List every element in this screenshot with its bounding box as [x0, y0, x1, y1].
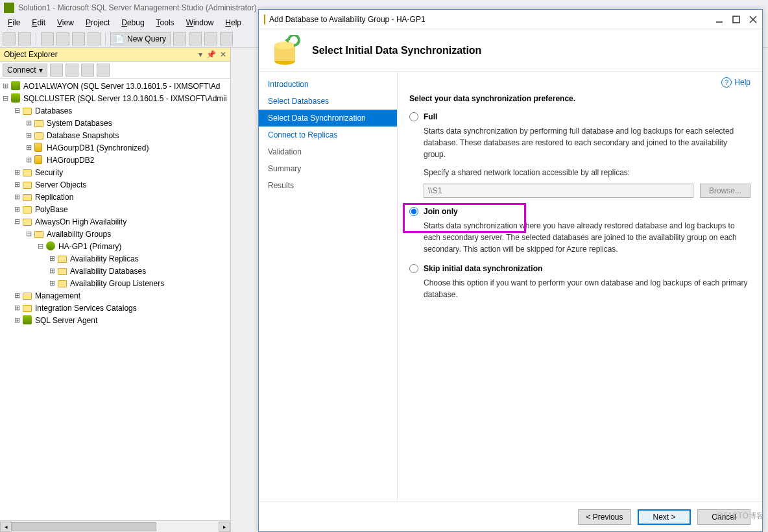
tree-serverobj[interactable]: Server Objects	[35, 180, 86, 189]
menu-project[interactable]: Project	[80, 17, 115, 29]
tree-server2[interactable]: SQLCLUSTER (SQL Server 13.0.1601.5 - IXM…	[23, 94, 227, 103]
ssms-app-icon	[4, 3, 14, 13]
tree-databases[interactable]: Databases	[35, 106, 72, 115]
menu-file[interactable]: File	[3, 17, 25, 29]
close-icon[interactable]: ✕	[220, 50, 226, 59]
dialog-titlebar[interactable]: Add Database to Availability Group - HA-…	[259, 10, 762, 29]
tree-polybase[interactable]: PolyBase	[35, 205, 68, 214]
open-file-button[interactable]	[56, 32, 69, 45]
tree-agent[interactable]: SQL Server Agent	[35, 316, 97, 325]
menu-window[interactable]: Window	[181, 17, 219, 29]
option-join: Join only Starts data synchronization wh…	[409, 207, 750, 255]
next-button[interactable]: Next >	[638, 509, 691, 525]
tree-db1[interactable]: HAGourpDB1 (Synchronized)	[47, 143, 149, 152]
netloc-label: Specify a shared network location access…	[424, 167, 750, 178]
nav-introduction[interactable]: Introduction	[259, 76, 397, 93]
menu-edit[interactable]: Edit	[27, 17, 51, 29]
scroll-thumb[interactable]	[12, 522, 156, 531]
close-icon[interactable]	[749, 16, 757, 23]
new-file-button[interactable]	[41, 32, 54, 45]
svg-rect-1	[733, 16, 739, 23]
oe-filter[interactable]	[81, 64, 94, 77]
nav-select-sync[interactable]: Select Data Synchronization	[259, 110, 397, 127]
dialog-header: Select Initial Data Synchronization	[259, 29, 762, 72]
dialog-title: Add Database to Availability Group - HA-…	[269, 15, 426, 24]
tree-availlisteners[interactable]: Availability Group Listeners	[70, 279, 164, 288]
tree-management[interactable]: Management	[35, 291, 80, 300]
tree-db2[interactable]: HAGroupDB2	[47, 156, 94, 165]
cancel-button[interactable]: Cancel	[697, 509, 750, 525]
menu-debug[interactable]: Debug	[116, 17, 149, 29]
horizontal-scrollbar[interactable]: ◂ ▸	[0, 520, 230, 532]
scroll-left-button[interactable]: ◂	[0, 522, 12, 532]
nav-summary[interactable]: Summary	[259, 160, 397, 177]
oe-tool-1[interactable]	[50, 64, 63, 77]
tree-isc[interactable]: Integration Services Catalogs	[35, 304, 137, 313]
radio-full[interactable]	[409, 112, 418, 121]
label-full[interactable]: Full	[424, 112, 437, 121]
menu-view[interactable]: View	[52, 17, 79, 29]
option-full: Full Starts data synchronization by perf…	[409, 112, 750, 198]
nav-fwd-button[interactable]	[18, 32, 31, 45]
radio-join[interactable]	[409, 207, 418, 216]
object-explorer: Object Explorer ▾ 📌 ✕ Connect ▾ ⊞AO1\ALW…	[0, 48, 231, 532]
wizard-nav: Introduction Select Databases Select Dat…	[259, 72, 398, 502]
tree-alwayson[interactable]: AlwaysOn High Availability	[35, 217, 126, 226]
dialog-footer: < Previous Next > Cancel	[259, 502, 762, 531]
tool-btn-4[interactable]	[220, 32, 233, 45]
oe-tool-2[interactable]	[66, 64, 78, 77]
object-explorer-title: Object Explorer	[4, 50, 58, 59]
scroll-right-button[interactable]: ▸	[219, 522, 230, 532]
tool-btn-1[interactable]	[173, 32, 186, 45]
menu-help[interactable]: Help	[220, 17, 246, 29]
tree-availgroups[interactable]: Availability Groups	[47, 230, 111, 239]
save-button[interactable]	[72, 32, 85, 45]
tree-sysdb[interactable]: System Databases	[47, 119, 112, 128]
nav-connect-replicas[interactable]: Connect to Replicas	[259, 127, 397, 143]
tool-btn-2[interactable]	[189, 32, 202, 45]
browse-button: Browse...	[700, 184, 750, 198]
tree-availreplicas[interactable]: Availability Replicas	[70, 254, 139, 263]
minimize-icon[interactable]	[715, 16, 723, 23]
menu-tools[interactable]: Tools	[151, 17, 180, 29]
option-skip: Skip initial data synchronization Choose…	[409, 264, 750, 300]
radio-skip[interactable]	[409, 264, 418, 273]
object-tree[interactable]: ⊞AO1\ALWAYON (SQL Server 13.0.1601.5 - I…	[0, 79, 230, 520]
dialog-icon	[264, 15, 265, 24]
maximize-icon[interactable]	[732, 16, 740, 23]
save-all-button[interactable]	[88, 32, 101, 45]
svg-point-6	[274, 42, 295, 49]
sync-prompt: Select your data synchronization prefere…	[409, 94, 750, 103]
tree-security[interactable]: Security	[35, 168, 63, 177]
dialog-content: Help Select your data synchronization pr…	[398, 72, 762, 502]
oe-refresh[interactable]	[97, 64, 110, 77]
tree-replication[interactable]: Replication	[35, 193, 73, 202]
wizard-icon	[269, 35, 300, 66]
add-database-dialog: Add Database to Availability Group - HA-…	[258, 9, 763, 532]
netloc-input	[424, 184, 693, 198]
tree-availdbs[interactable]: Availability Databases	[70, 267, 146, 276]
desc-skip: Choose this option if you want to perfor…	[424, 277, 750, 300]
dropdown-icon[interactable]: ▾	[198, 50, 202, 59]
label-skip[interactable]: Skip initial data synchronization	[424, 264, 542, 273]
nav-select-databases[interactable]: Select Databases	[259, 93, 397, 110]
pin-icon[interactable]: 📌	[206, 50, 216, 59]
nav-back-button[interactable]	[3, 32, 16, 45]
label-join[interactable]: Join only	[424, 207, 458, 216]
connect-button[interactable]: Connect ▾	[3, 64, 47, 77]
ssms-title: Solution1 - Microsoft SQL Server Managem…	[18, 3, 257, 12]
desc-join: Starts data synchronization where you ha…	[424, 220, 750, 255]
nav-results[interactable]: Results	[259, 177, 397, 194]
help-link[interactable]: Help	[721, 77, 750, 88]
new-query-button[interactable]: 📄 New Query	[110, 32, 171, 45]
nav-validation[interactable]: Validation	[259, 143, 397, 160]
tree-server1[interactable]: AO1\ALWAYON (SQL Server 13.0.1601.5 - IX…	[23, 82, 220, 91]
tree-dbsnap[interactable]: Database Snapshots	[47, 131, 119, 140]
previous-button[interactable]: < Previous	[578, 509, 631, 525]
tree-hagp1[interactable]: HA-GP1 (Primary)	[58, 242, 121, 251]
tool-btn-3[interactable]	[204, 32, 217, 45]
desc-full: Starts data synchronization by performin…	[424, 125, 750, 160]
dialog-heading: Select Initial Data Synchronization	[312, 45, 481, 56]
